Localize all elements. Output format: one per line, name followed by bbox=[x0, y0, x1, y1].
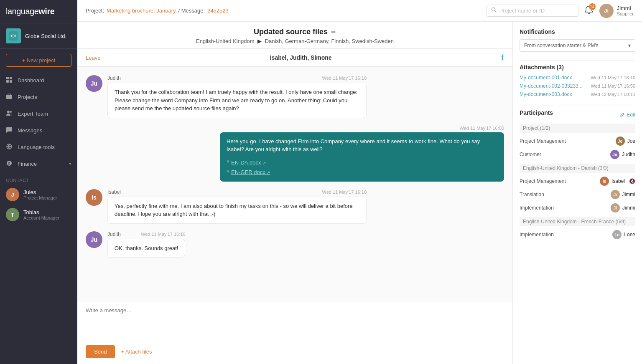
avatar: Ji bbox=[611, 203, 620, 212]
svg-rect-6 bbox=[6, 95, 12, 99]
contact-info-jules: Jules Project Manager bbox=[23, 189, 57, 200]
main-area: Project: Marketing brochure, January / M… bbox=[77, 0, 642, 364]
list-item: My-document-003.docx Wed 12 May'17 08:11 bbox=[520, 91, 635, 97]
sidebar-item-messages[interactable]: Messages bbox=[0, 122, 77, 139]
list-item: Customer Ju Judith bbox=[520, 148, 635, 161]
avatar: Is bbox=[600, 177, 609, 186]
user-details: Jimmi Supplier bbox=[617, 5, 634, 16]
table-row: Wed 11 May'17 16:00 Here you go. I have … bbox=[86, 126, 504, 182]
attachment-remove-icon[interactable]: × bbox=[227, 168, 229, 175]
message-content: Judith Wed 11 May'17 16:10 Thank you for… bbox=[107, 75, 367, 118]
search-box[interactable]: Project name or ID bbox=[487, 5, 578, 17]
sidebar-item-label-finance: Finance bbox=[18, 161, 37, 167]
list-item: My-document-002-033233... Wed 11 May'17 … bbox=[520, 83, 635, 89]
list-item: Project Management Jo Joe bbox=[520, 134, 635, 148]
project-link[interactable]: Marketing brochure, January bbox=[107, 8, 176, 14]
edit-title-icon[interactable]: ✏ bbox=[331, 29, 336, 35]
company-name: Globe Social Ltd. bbox=[25, 33, 66, 39]
participant-user: Lo Lone bbox=[612, 230, 635, 239]
contact-tobias[interactable]: T Tobias Account Manager bbox=[0, 205, 77, 225]
search-placeholder: Project name or ID bbox=[499, 8, 545, 14]
attachment-link-3[interactable]: My-document-003.docx bbox=[520, 91, 572, 97]
participant-name: Jimmi bbox=[622, 192, 635, 197]
participant-name: Lone bbox=[624, 232, 635, 238]
attach-files-button[interactable]: + Attach files bbox=[121, 349, 152, 355]
notifications-button[interactable]: 14 bbox=[584, 5, 594, 16]
svg-point-8 bbox=[10, 111, 12, 113]
sidebar-item-label-projects: Projects bbox=[18, 94, 37, 100]
content-area: Updated source files ✏ English-United Ki… bbox=[77, 22, 642, 364]
avatar: Ju bbox=[610, 150, 619, 159]
participant-role: Implementation bbox=[520, 205, 554, 211]
participant-user: Jo Joe bbox=[616, 136, 635, 146]
notifications-dropdown[interactable]: From conversation starter & PM's ▾ bbox=[520, 39, 635, 52]
message-sender: Judith bbox=[107, 231, 121, 237]
sidebar-item-projects[interactable]: Projects bbox=[0, 88, 77, 105]
message-id-link[interactable]: 3452523 bbox=[207, 8, 229, 14]
attachment-link[interactable]: EN-DA.docx ↗ bbox=[231, 159, 266, 167]
participant-group-label: English-United Kingdom - Danish (3/3) bbox=[520, 164, 635, 173]
contact-jules[interactable]: J Jules Project Manager bbox=[0, 185, 77, 205]
message-input[interactable] bbox=[86, 307, 504, 341]
table-row: Is Isabel Wed 11 May'17 16:10 Yes, perfe… bbox=[86, 189, 504, 224]
info-icon[interactable]: ℹ bbox=[501, 53, 504, 62]
sidebar: languagewire Globe Social Ltd. + New pro… bbox=[0, 0, 77, 364]
avatar: Lo bbox=[612, 230, 622, 239]
chat-header: Updated source files ✏ English-United Ki… bbox=[77, 22, 512, 49]
participant-name: Judith bbox=[622, 152, 635, 157]
participant-name: Joe bbox=[627, 138, 635, 144]
participant-role: Project Management bbox=[520, 138, 566, 144]
attachment-date-2: Wed 11 May'17 16:50 bbox=[591, 83, 635, 88]
svg-rect-3 bbox=[10, 77, 12, 79]
table-row: Ju Judith Wed 11 May'17 16:10 OK, thanks… bbox=[86, 231, 504, 258]
svg-rect-5 bbox=[10, 80, 12, 83]
sidebar-item-label-expert-team: Expert Team bbox=[18, 111, 48, 117]
sidebar-item-expert-team[interactable]: Expert Team bbox=[0, 105, 77, 122]
avatar: Ju bbox=[86, 231, 102, 248]
header: Project: Marketing brochure, January / M… bbox=[77, 0, 642, 22]
sidebar-item-label-dashboard: Dashboard bbox=[18, 77, 44, 83]
message-meta: Wed 11 May'17 16:00 bbox=[220, 126, 504, 131]
message-time: Wed 11 May'17 16:10 bbox=[141, 232, 185, 237]
user-role: Supplier bbox=[617, 11, 634, 16]
finance-dropdown-icon: ▾ bbox=[69, 161, 71, 167]
new-project-button[interactable]: + New project bbox=[6, 54, 71, 67]
divider bbox=[520, 106, 635, 106]
language-tools-icon bbox=[6, 143, 13, 151]
messages-icon bbox=[6, 126, 13, 134]
attachment-remove-icon[interactable]: × bbox=[227, 158, 229, 165]
divider bbox=[520, 60, 635, 61]
message-sender: Isabel bbox=[107, 189, 121, 195]
avatar: Is bbox=[86, 189, 102, 206]
edit-participants-button[interactable]: Edit bbox=[620, 112, 635, 118]
attachment-link-1[interactable]: My-document-001.docx bbox=[520, 75, 572, 81]
sidebar-item-finance[interactable]: $ Finance ▾ bbox=[0, 155, 77, 172]
svg-text:$: $ bbox=[8, 162, 10, 166]
attachment-date-1: Wed 11 May'17 16:10 bbox=[591, 75, 635, 80]
attachment-link[interactable]: EN-GER.docx ↗ bbox=[231, 168, 270, 177]
sidebar-item-dashboard[interactable]: Dashboard bbox=[0, 72, 77, 88]
participant-user: Ju Judith bbox=[610, 150, 635, 159]
avatar: Ju bbox=[86, 75, 102, 92]
send-button[interactable]: Send bbox=[86, 345, 115, 358]
header-right: Project name or ID 14 Ji Jimmi Supplier bbox=[487, 4, 634, 18]
message-meta: Isabel Wed 11 May'17 16:10 bbox=[107, 189, 367, 195]
message-meta: Judith Wed 11 May'17 16:10 bbox=[107, 75, 367, 81]
user-menu[interactable]: Ji Jimmi Supplier bbox=[599, 4, 634, 18]
notifications-dropdown-label: From conversation starter & PM's bbox=[524, 43, 599, 48]
message-sender: Judith bbox=[107, 75, 121, 81]
user-avatar: Ji bbox=[599, 4, 614, 18]
company-section[interactable]: Globe Social Ltd. bbox=[0, 23, 77, 49]
leave-button[interactable]: Leave bbox=[86, 55, 100, 61]
message-attachments: × EN-DA.docx ↗ × EN-GER.docx ↗ bbox=[227, 157, 497, 177]
sidebar-item-language-tools[interactable]: Language tools bbox=[0, 139, 77, 155]
message-content: Judith Wed 11 May'17 16:10 OK, thanks. S… bbox=[107, 231, 185, 258]
avatar: Ji bbox=[611, 190, 620, 199]
finance-icon: $ bbox=[6, 160, 13, 167]
svg-point-7 bbox=[7, 111, 10, 113]
svg-rect-4 bbox=[6, 80, 9, 83]
language-arrow: ▶ bbox=[257, 38, 262, 44]
message-bubble-outgoing: Here you go. I have changed Firm into Co… bbox=[220, 132, 504, 182]
attachment-link-2[interactable]: My-document-002-033233... bbox=[520, 83, 583, 89]
participant-user: Ji Jimmi bbox=[611, 203, 635, 212]
